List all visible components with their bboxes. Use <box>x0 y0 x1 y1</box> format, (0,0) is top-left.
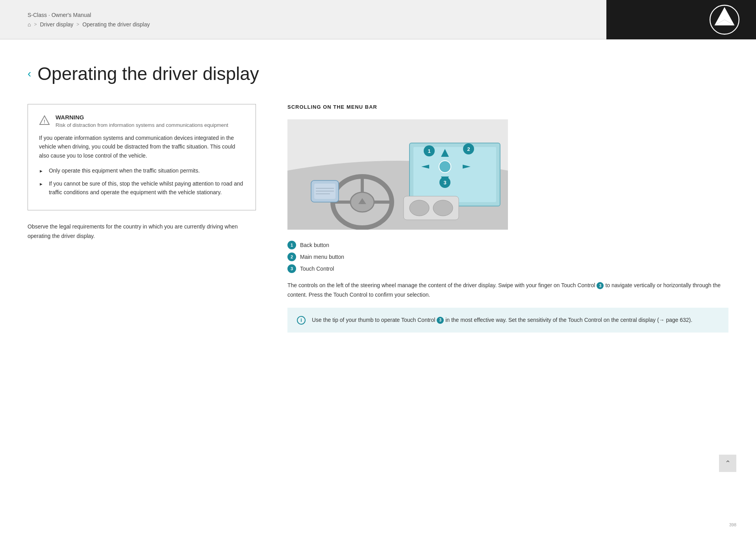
left-column: ! WARNING Risk of distraction from infor… <box>28 104 256 333</box>
breadcrumb-sep-2: > <box>76 22 79 27</box>
legend-item-2: 2 Main menu button <box>287 253 728 261</box>
warning-title: WARNING <box>56 114 245 121</box>
back-chevron-icon[interactable]: ‹ <box>28 67 31 80</box>
legend-item-3: 3 Touch Control <box>287 264 728 273</box>
warning-bullet-1: ► Only operate this equipment when the t… <box>39 166 245 175</box>
legend-badge-2: 2 <box>287 253 296 261</box>
section-heading: SCROLLING ON THE MENU BAR <box>287 104 728 110</box>
warning-box: ! WARNING Risk of distraction from infor… <box>28 104 256 210</box>
info-text: Use the tip of your thumb to operate Tou… <box>312 316 692 325</box>
svg-point-29 <box>433 200 453 216</box>
right-column: SCROLLING ON THE MENU BAR <box>287 104 728 333</box>
bullet-arrow-2: ► <box>39 181 43 197</box>
legend-label-1: Back button <box>300 242 329 248</box>
page-title-row: ‹ Operating the driver display <box>28 63 728 84</box>
breadcrumb-sep-1: > <box>34 22 37 27</box>
warning-bullet-1-text: Only operate this equipment when the tra… <box>49 166 200 175</box>
header-logo-area <box>606 0 756 39</box>
observe-text: Observe the legal requirements for the c… <box>28 222 256 241</box>
svg-point-20 <box>439 161 451 173</box>
bullet-arrow-1: ► <box>39 168 43 175</box>
scroll-top-button[interactable]: ⌃ <box>719 455 736 472</box>
diagram-container: 1 2 3 <box>287 119 508 230</box>
info-text-start: Use the tip of your thumb to operate Tou… <box>312 317 435 323</box>
legend-badge-3: 3 <box>287 264 296 273</box>
main-content: ‹ Operating the driver display ! WARNING <box>0 39 756 535</box>
warning-triangle-icon: ! <box>39 115 50 127</box>
legend-item-1: 1 Back button <box>287 241 728 249</box>
description-text: The controls on the left of the steering… <box>287 281 728 300</box>
page-number-badge: 398 <box>729 522 736 527</box>
warning-bullets: ► Only operate this equipment when the t… <box>39 166 245 197</box>
warning-bullet-2-text: If you cannot be sure of this, stop the … <box>49 179 245 197</box>
warning-title-block: WARNING Risk of distraction from informa… <box>56 114 245 128</box>
svg-text:!: ! <box>44 119 45 124</box>
legend-list: 1 Back button 2 Main menu button 3 Touch… <box>287 241 728 273</box>
content-columns: ! WARNING Risk of distraction from infor… <box>28 104 728 333</box>
svg-text:2: 2 <box>467 146 470 152</box>
steering-wheel-diagram: 1 2 3 <box>287 119 508 230</box>
svg-text:1: 1 <box>428 148 430 154</box>
warning-body: If you operate information systems and c… <box>39 134 245 160</box>
header: S-Class · Owner's Manual ⌂ > Driver disp… <box>0 0 756 39</box>
description-start: The controls on the left of the steering… <box>287 282 595 288</box>
info-text-end: in the most effective way. Set the sensi… <box>445 317 692 323</box>
description-inline-badge: 3 <box>597 282 604 289</box>
breadcrumb-link-driver-display[interactable]: Driver display <box>40 21 73 28</box>
warning-bullet-2: ► If you cannot be sure of this, stop th… <box>39 179 245 197</box>
mercedes-logo <box>709 4 740 35</box>
warning-header: ! WARNING Risk of distraction from infor… <box>39 114 245 128</box>
info-icon: i <box>297 316 306 325</box>
legend-label-3: Touch Control <box>300 266 334 272</box>
warning-subtitle: Risk of distraction from information sys… <box>56 122 245 128</box>
legend-label-2: Main menu button <box>300 254 344 260</box>
home-icon[interactable]: ⌂ <box>28 21 31 28</box>
svg-text:3: 3 <box>443 180 446 186</box>
info-box: i Use the tip of your thumb to operate T… <box>287 308 728 333</box>
breadcrumb-current: Operating the driver display <box>82 21 150 28</box>
legend-badge-1: 1 <box>287 241 296 249</box>
svg-point-28 <box>410 200 429 216</box>
info-inline-badge: 3 <box>437 317 444 324</box>
page-title: Operating the driver display <box>37 63 259 84</box>
